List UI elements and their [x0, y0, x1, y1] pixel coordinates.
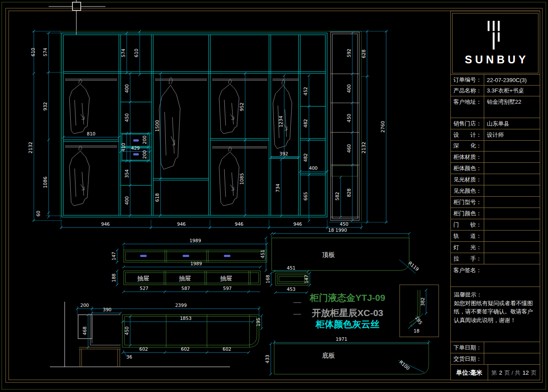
field-row-lighting: 灯 光： — [451, 241, 540, 253]
dim-label: 1989 — [190, 261, 202, 266]
page-mid: 页 / 共 — [504, 369, 520, 377]
dim-label: 1234 — [278, 115, 283, 127]
door-material-annotation: 柜门液态金YTJ-09 — [309, 293, 385, 303]
dim-label: 200 — [142, 135, 147, 144]
field-value: 设计师 — [484, 131, 540, 139]
dim-label: 392 — [279, 151, 288, 156]
field-label: 下单日期： — [451, 342, 484, 353]
dim-label: 450 — [124, 113, 129, 122]
logo-wordmark: SUNBUY — [462, 53, 529, 66]
field-value: 铂金湾别墅22 — [484, 96, 540, 106]
sunbuy-logo-icon — [484, 21, 507, 49]
dim-label: 195 — [256, 318, 261, 326]
field-row-order-date: 下单日期： — [451, 342, 540, 353]
field-label: 柜门型号： — [451, 197, 484, 208]
field-row-store: 销售门店： 山东单县 — [451, 118, 540, 129]
dim-label: 195 — [414, 315, 423, 325]
field-row-body-color: 柜体颜色： — [451, 162, 540, 174]
dim-label: 450 — [124, 326, 129, 335]
dim-label: 450 — [346, 114, 351, 122]
dim-label: 828 — [346, 188, 351, 197]
field-label: 产品名称： — [451, 86, 484, 96]
dim-label: 932 — [43, 102, 48, 111]
body-color-annotation: 柜体颜色灰云丝 — [315, 319, 380, 329]
dim-label: 400 — [124, 196, 129, 205]
drawer-label: 抽屉 — [137, 275, 149, 282]
dim-label: 602 — [223, 346, 231, 352]
dim-label: 946 — [293, 221, 302, 227]
dim-label: 453 — [287, 287, 295, 292]
dim-label: 1971 — [336, 336, 348, 342]
dim-label: 18 — [413, 328, 419, 333]
field-label: 拉 手： — [451, 253, 484, 264]
dim-label: 574 — [43, 48, 48, 56]
dim-label: 382 — [420, 297, 425, 306]
drawer-label: 抽屉 — [220, 275, 232, 282]
dim-label: 1085 — [239, 173, 244, 185]
dim-label: 1500 — [154, 120, 160, 132]
customer-signature-row: 客户签名： — [451, 264, 540, 287]
field-label: 柜体颜色： — [451, 163, 484, 174]
open-cabinet-annotation: 开放柜星辰XC-03 — [312, 308, 384, 318]
field-label: 客户地址： — [451, 96, 484, 118]
dim-label: 946 — [101, 221, 110, 227]
dim-label: 2760 — [380, 121, 385, 133]
dim-label: 147 — [111, 252, 116, 260]
dim-label: 168 — [265, 275, 270, 283]
dim-label: 574 — [121, 49, 126, 57]
dim-label: 390 — [103, 307, 112, 312]
dim-label: 200 — [142, 150, 147, 159]
field-row-door-color: 柜门颜色： — [451, 208, 540, 219]
dim-label: 946 — [177, 221, 186, 227]
dim-label: R100 — [398, 359, 411, 371]
dim-label: 433 — [265, 355, 270, 363]
notice-body: 如您对图纸有疑问或者看不懂图纸，请不要签字确认。敬请客户认真阅读此说明，谢谢！ — [454, 299, 537, 325]
dim-label: 610 — [134, 49, 139, 57]
dim-label: 628 — [361, 49, 366, 58]
page-indicator: 第 2 页 / 共 12 页 — [488, 365, 540, 381]
field-label: 轨 道： — [451, 231, 484, 241]
field-label: 深 化： — [451, 141, 484, 151]
field-value: 山东单县 — [484, 120, 540, 128]
dim-label: 450 — [340, 221, 348, 227]
page-prefix: 第 — [491, 369, 497, 377]
page-total: 12 — [522, 369, 528, 376]
dim-label: 18 1990 — [328, 227, 347, 233]
dim-label: 810 — [87, 131, 95, 136]
dim-label: 952 — [239, 102, 244, 111]
page-suffix: 页 — [531, 369, 537, 377]
field-value: 22-07-2390C(3) — [484, 77, 540, 83]
dim-label: 2132 — [361, 142, 366, 154]
board-plan-views — [272, 238, 429, 374]
dim-label: 618 — [154, 193, 160, 202]
dim-label: 429 — [131, 145, 140, 151]
dim-label: 400 — [124, 84, 129, 93]
unit-label: 单位:毫米 — [451, 365, 488, 381]
field-row-order-no: 订单编号： 22-07-2390C(3) — [451, 74, 540, 85]
dim-label: 1853 — [180, 316, 192, 321]
field-label: 灯 光： — [451, 242, 484, 253]
field-label: 销售门店： — [451, 118, 484, 129]
field-row-door-model: 柜门型号： — [451, 196, 540, 208]
field-label: 门 铰： — [451, 219, 484, 230]
field-value: 3.3F衣柜+书桌 — [484, 87, 540, 95]
field-label: 柜门颜色： — [451, 208, 484, 219]
dim-label: 582 — [335, 192, 340, 201]
field-label: 交货日期： — [451, 353, 484, 364]
notice-title: 温馨提示： — [454, 290, 537, 299]
field-row-handle: 拉 手： — [451, 253, 540, 264]
title-block: SUNBUY 订单编号： 22-07-2390C(3) 产品名称： 3.3F衣柜… — [450, 11, 540, 380]
field-row-product: 产品名称： 3.3F衣柜+书桌 — [451, 85, 540, 96]
field-row-delivery-date: 交货日期： — [451, 353, 540, 364]
field-label: 设 计： — [451, 129, 484, 140]
drawer-label: 抽屉 — [179, 275, 191, 282]
dim-label: 451 — [260, 250, 265, 258]
dim-label: 1989 — [190, 238, 201, 243]
dim-label: 734 — [275, 184, 280, 192]
dim-label: 410 — [121, 143, 126, 152]
dim-label: R119 — [407, 260, 420, 272]
bottom-board-label: 底板 — [322, 352, 335, 359]
field-row-visible-color: 见光颜色： — [451, 185, 540, 196]
field-label: 订单编号： — [451, 75, 484, 85]
page-current: 2 — [499, 369, 502, 376]
